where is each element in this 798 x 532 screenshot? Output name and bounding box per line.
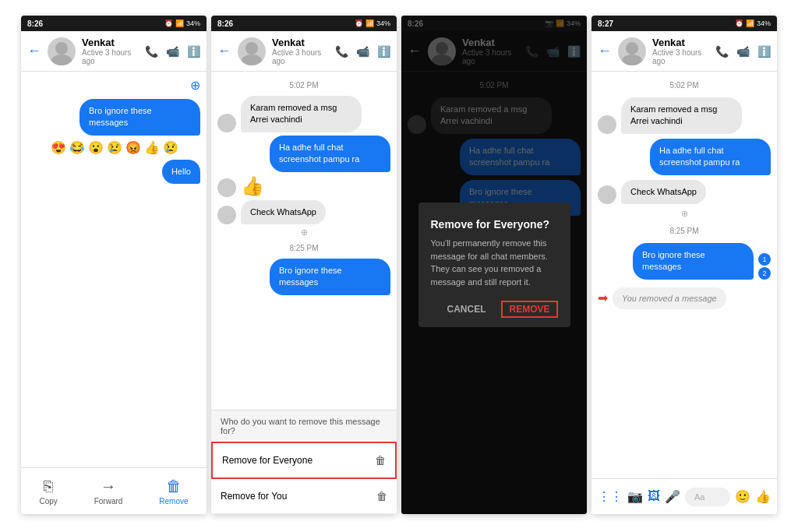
emoji-wow[interactable]: 😮 xyxy=(88,140,104,155)
header-actions-1: 📞 📹 ℹ️ xyxy=(145,45,200,58)
remove-panel-header: Who do you want to remove this message f… xyxy=(211,410,397,442)
timestamp-4b: 8:25 PM xyxy=(598,227,771,235)
copy-action[interactable]: ⎘ Copy xyxy=(39,477,57,506)
copy-icon: ⎘ xyxy=(44,477,53,495)
back-button-2[interactable]: ← xyxy=(217,43,231,59)
screen2: 8:26 ⏰ 📶 34% ← Venkat Active 3 hours ago… xyxy=(211,16,397,514)
timestamp-2b: 8:25 PM xyxy=(217,244,390,252)
cancel-button[interactable]: CANCEL xyxy=(440,301,492,318)
emoji-love[interactable]: 😍 xyxy=(51,140,66,155)
video-icon-1[interactable]: 📹 xyxy=(166,45,179,58)
forward-label: Forward xyxy=(94,497,123,506)
copy-label: Copy xyxy=(39,497,57,506)
mic-icon-4[interactable]: 🎤 xyxy=(665,489,680,504)
badges-col: 1 2 xyxy=(758,253,771,280)
dialog-body: You'll permanently remove this message f… xyxy=(431,237,558,288)
back-button-4[interactable]: ← xyxy=(598,43,612,59)
remove-action[interactable]: 🗑 Remove xyxy=(159,477,188,506)
alarm-icon-2: ⏰ xyxy=(355,19,363,27)
status-icons-2: ⏰ 📶 34% xyxy=(355,19,390,27)
small-avatar-4a xyxy=(598,115,616,134)
dialog-box: Remove for Everyone? You'll permanently … xyxy=(418,203,570,327)
thumbs-btn-4[interactable]: 👍 xyxy=(755,489,771,504)
plus-4: ⊕ xyxy=(598,209,771,219)
header-actions-4: 📞 📹 ℹ️ xyxy=(715,45,771,58)
video-icon-4[interactable]: 📹 xyxy=(736,45,750,58)
status-bar-4: 8:27 ⏰ 📶 34% xyxy=(591,16,777,31)
bubble-sent-4-1: Ha adhe full chat screenshot pampu ra xyxy=(650,139,771,175)
phone-icon-2[interactable]: 📞 xyxy=(335,45,348,58)
received-3: Check WhatsApp xyxy=(217,200,390,224)
bubble-1: Bro ignore these messages xyxy=(79,99,200,136)
camera-icon-4[interactable]: 📷 xyxy=(627,489,643,504)
screen4: 8:27 ⏰ 📶 34% ← Venkat Active 3 hours ago… xyxy=(591,16,777,514)
badge-1: 1 xyxy=(758,253,771,266)
timestamp-2: 5:02 PM xyxy=(217,81,390,90)
screen3: 8:26 📷 📶 34% ← Venkat Active 3 hours ago… xyxy=(401,16,587,514)
svg-point-6 xyxy=(626,42,638,55)
remove-you-text: Remove for You xyxy=(221,491,287,502)
remove-everyone-option[interactable]: Remove for Everyone 🗑 xyxy=(211,442,397,479)
emoji-other[interactable]: 😢 xyxy=(163,140,178,155)
status-time-1: 8:26 xyxy=(27,19,43,28)
emoji-laugh[interactable]: 😂 xyxy=(69,140,85,155)
image-icon-4[interactable]: 🖼 xyxy=(648,489,660,504)
header-info-4: Venkat Active 3 hours ago xyxy=(652,37,709,65)
info-icon-4[interactable]: ℹ️ xyxy=(757,45,771,58)
bubble-recv-4-2: Check WhatsApp xyxy=(621,180,706,204)
emoji-angry[interactable]: 😡 xyxy=(125,140,141,155)
contact-name-4: Venkat xyxy=(652,37,709,48)
dialog-buttons: CANCEL REMOVE xyxy=(431,301,558,318)
contact-status-4: Active 3 hours ago xyxy=(652,48,709,65)
video-icon-2[interactable]: 📹 xyxy=(356,45,369,58)
info-icon-2[interactable]: ℹ️ xyxy=(377,45,390,58)
input-icons-left-4: ⋮⋮ 📷 🖼 🎤 xyxy=(598,489,680,504)
chat-area-2: 5:02 PM Karam removed a msg Arrei vachin… xyxy=(211,72,397,410)
chat-input-4[interactable]: Aa xyxy=(685,488,730,506)
avatar-2 xyxy=(238,37,266,65)
chat-header-2: ← Venkat Active 3 hours ago 📞 📹 ℹ️ xyxy=(211,31,397,72)
remove-panel: Who do you want to remove this message f… xyxy=(211,410,397,514)
remove-you-option[interactable]: Remove for You 🗑 xyxy=(211,479,397,514)
sent-text-1: Ha adhe full chat screenshot pampu ra xyxy=(279,143,359,164)
avatar-1 xyxy=(48,37,76,65)
svg-point-0 xyxy=(55,42,68,55)
remove-label: Remove xyxy=(159,497,188,506)
emoji-btn-4[interactable]: 🙂 xyxy=(735,489,750,504)
status-bar-1: 8:26 ⏰ 📶 34% xyxy=(21,16,207,31)
removed-bubble: You removed a message xyxy=(613,287,726,309)
thumbs-up-2: 👍 xyxy=(241,175,264,197)
small-avatar-4b xyxy=(598,185,616,204)
received-2: 👍 xyxy=(217,175,390,197)
forward-action[interactable]: → Forward xyxy=(94,477,123,506)
recv-text-2: Check WhatsApp xyxy=(250,207,316,217)
sent-4-2-wrapper: Bro ignore these messages xyxy=(633,243,754,280)
info-icon-1[interactable]: ℹ️ xyxy=(187,45,200,58)
removed-indicator: ➡ You removed a message xyxy=(598,284,771,312)
bubble-hello: Hello xyxy=(162,160,200,184)
header-actions-2: 📞 📹 ℹ️ xyxy=(335,45,390,58)
sent-2: Bro ignore these messages xyxy=(217,259,390,295)
contact-status-2: Active 3 hours ago xyxy=(272,48,329,65)
svg-point-7 xyxy=(622,55,642,65)
badge-2: 2 xyxy=(758,267,771,280)
back-button-1[interactable]: ← xyxy=(27,43,41,59)
battery-icon-4: 34% xyxy=(757,19,771,27)
phone-icon-1[interactable]: 📞 xyxy=(145,45,158,58)
bubble-recv-2: Check WhatsApp xyxy=(241,200,326,224)
recv-text-1: Karam removed a msg Arrei vachindi xyxy=(250,103,337,124)
grid-icon-4[interactable]: ⋮⋮ xyxy=(598,489,623,504)
bubble-recv-1: Karam removed a msg Arrei vachindi xyxy=(241,96,362,132)
remove-confirm-button[interactable]: REMOVE xyxy=(501,301,557,318)
phone-icon-4[interactable]: 📞 xyxy=(715,45,729,58)
emoji-thumbs[interactable]: 👍 xyxy=(144,140,160,155)
bubble-sent-4-2: Bro ignore these messages xyxy=(633,243,754,280)
dialog-title: Remove for Everyone? xyxy=(431,218,558,231)
svg-point-3 xyxy=(242,55,262,65)
input-placeholder-4: Aa xyxy=(694,492,704,502)
emoji-sad[interactable]: 😢 xyxy=(107,140,122,155)
msg-row-1: Bro ignore these messages xyxy=(27,99,200,136)
sent-1: Ha adhe full chat screenshot pampu ra xyxy=(217,136,390,172)
bottom-actions-1: ⎘ Copy → Forward 🗑 Remove xyxy=(21,467,207,514)
input-icons-right-4: 🙂 👍 xyxy=(735,489,771,504)
